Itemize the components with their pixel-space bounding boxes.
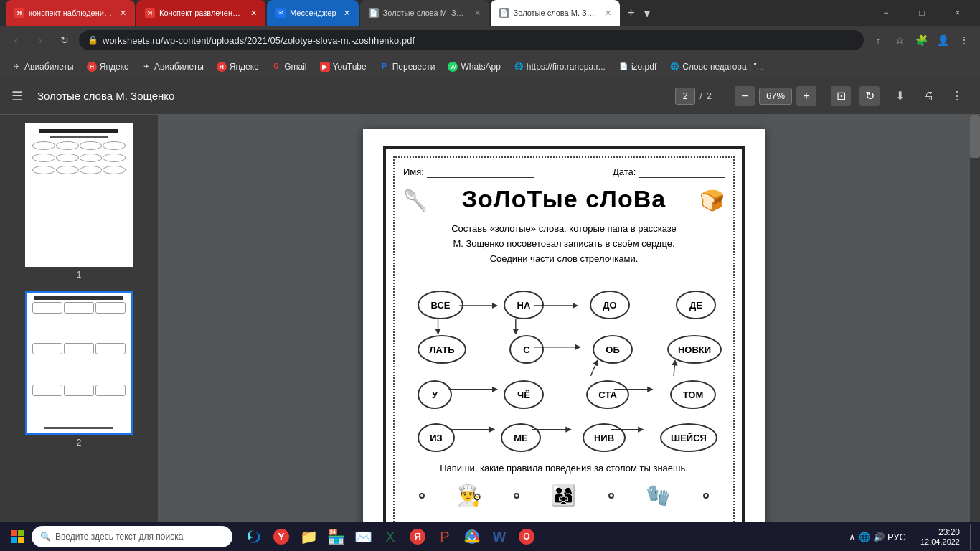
scrollbar-thumb[interactable] [970, 115, 980, 158]
bookmarks-bar: ✈ Авиабилеты Я Яндекс ✈ Авиабилеты Я Янд… [0, 55, 980, 77]
tab-2[interactable]: Я Конспект развлечения по ... ✕ [136, 0, 265, 26]
bookmark-label: Gmail [284, 62, 306, 72]
ws-date-field: Дата: [613, 166, 725, 178]
tab-5[interactable]: 📄 Золотые слова М. Зощенко ✕ [491, 0, 620, 26]
tab-close-3[interactable]: ✕ [344, 9, 350, 18]
ws-title: ЗоЛоТые сЛоВа [428, 185, 699, 213]
taskbar-app-powerpoint[interactable]: P [432, 524, 458, 550]
menu-button[interactable]: ⋮ [954, 30, 974, 50]
yandex-icon-1: Я [87, 62, 97, 72]
bookmark-gmail[interactable]: G Gmail [265, 58, 312, 75]
taskbar-app-opera[interactable]: O [514, 524, 540, 550]
bookmark-label: izo.pdf [631, 62, 656, 72]
window-controls: − □ × [870, 0, 974, 26]
taskbar-datetime[interactable]: 23:20 12.04.2022 [915, 527, 966, 546]
pdf-toolbar: ☰ Золотые слова М. Зощенко / 2 − 67% + ⊡… [0, 77, 980, 115]
maximize-button[interactable]: □ [905, 0, 938, 26]
pdf-rotate-button[interactable]: ↻ [859, 86, 880, 106]
taskbar-sys-icons: ∧ 🌐 🔊 РУС [844, 532, 910, 542]
thumbnail-2[interactable]: 2 [9, 291, 149, 448]
taskbar-app-edge[interactable] [241, 524, 267, 550]
bookmark-label: https://firo.ranepa.r... [527, 62, 606, 72]
minimize-button[interactable]: − [870, 0, 903, 26]
bookmark-slovo[interactable]: 🌐 Слово педагора | "... [664, 58, 770, 75]
bookmark-translate[interactable]: P Перевести [374, 58, 441, 75]
bookmark-izo[interactable]: 📄 izo.pdf [613, 58, 662, 75]
bookmark-youtube[interactable]: ▶ YouTube [314, 58, 372, 75]
bookmark-whatsapp[interactable]: W WhatsApp [442, 58, 506, 75]
svg-line-8 [674, 361, 675, 376]
new-tab-button[interactable]: + [621, 3, 641, 23]
taskbar-app-store[interactable]: 🏪 [323, 524, 349, 550]
tab-label-4: Золотые слова М. Зощенко [383, 9, 467, 17]
bookmark-label: WhatsApp [461, 62, 500, 72]
thumbnail-image-2 [25, 291, 133, 435]
bookmark-yandex-2[interactable]: Я Яндекс [211, 58, 264, 75]
taskbar-app-chrome[interactable] [459, 524, 485, 550]
taskbar-app-word[interactable]: W [486, 524, 512, 550]
pdf-zoom-out-button[interactable]: − [735, 86, 755, 106]
tab-1[interactable]: Я конспект наблюдения за х... ✕ [6, 0, 135, 26]
start-button[interactable] [6, 525, 29, 548]
pdf-page-input[interactable] [675, 88, 695, 105]
taskbar-app-files[interactable]: 📁 [296, 524, 321, 550]
taskbar-chevron-icon[interactable]: ∧ [849, 532, 856, 542]
taskbar-app-excel[interactable]: X [377, 524, 403, 550]
close-button[interactable]: × [941, 0, 974, 26]
pdf-title: Золотые слова М. Зощенко [37, 90, 666, 102]
tab-close-2[interactable]: ✕ [250, 9, 257, 18]
content-area: 1 [0, 115, 980, 522]
profile-button[interactable]: 👤 [933, 30, 953, 50]
forward-button[interactable]: › [30, 30, 50, 50]
pdf-download-button[interactable]: ⬇ [888, 85, 911, 108]
ws-bottom-deco: 👨‍🍳 👨‍👩‍👧 🧤 [403, 484, 725, 507]
refresh-button[interactable]: ↻ [55, 30, 75, 50]
ws-subtitle-line2: М. Зощенко посоветовал записать в своём … [403, 237, 725, 252]
scrollbar-right[interactable] [970, 115, 980, 522]
tab-close-5[interactable]: ✕ [605, 9, 611, 18]
pdf-page-area[interactable]: Имя: Дата: 🥄 ЗоЛоТые сЛоВа [158, 115, 970, 522]
pdf-more-button[interactable]: ⋮ [946, 85, 969, 108]
deco-circle-4 [703, 493, 709, 499]
bubble-niv: НИВ [583, 423, 626, 452]
pdf-fit-button[interactable]: ⊡ [831, 86, 851, 106]
tab-close-1[interactable]: ✕ [120, 9, 126, 18]
bookmark-aviabilety-1[interactable]: ✈ Авиабилеты [6, 58, 80, 75]
tab-3[interactable]: ✉ Мессенджер ✕ [267, 0, 359, 26]
address-bar[interactable]: 🔒 worksheets.ru/wp-content/uploads/2021/… [79, 30, 864, 50]
pdf-right-buttons: ⬇ 🖨 ⋮ [888, 85, 969, 108]
pdf-menu-button[interactable]: ☰ [11, 88, 23, 104]
taskbar-app-mail[interactable]: ✉️ [350, 524, 376, 550]
whatsapp-icon: W [448, 62, 458, 72]
bookmark-yandex-1[interactable]: Я Яндекс [81, 58, 134, 75]
deco-circle-2 [514, 493, 519, 499]
bookmark-aviabilety-2[interactable]: ✈ Авиабилеты [136, 58, 209, 75]
taskbar-volume-icon[interactable]: 🔊 [873, 532, 885, 542]
tab-close-4[interactable]: ✕ [474, 9, 481, 18]
tab-4[interactable]: 📄 Золотые слова М. Зощенко ✕ [360, 0, 489, 26]
ws-name-field: Имя: [403, 166, 534, 178]
taskbar-app-yandex2[interactable]: Я [405, 524, 430, 550]
save-page-button[interactable]: ↑ [868, 30, 888, 50]
taskbar-show-desktop-button[interactable] [970, 524, 974, 550]
taskbar-date-display: 12.04.2022 [920, 537, 960, 546]
bookmark-label: Яндекс [100, 62, 128, 72]
tab-list-button[interactable]: ▾ [644, 6, 650, 20]
deco-circle-3 [608, 493, 614, 499]
back-button[interactable]: ‹ [6, 30, 26, 50]
deco-circle-1 [419, 493, 425, 499]
pdf-print-button[interactable]: 🖨 [917, 85, 940, 108]
bubble-novki: НОВКИ [667, 335, 722, 364]
tab-label-2: Конспект развлечения по ... [159, 9, 243, 17]
gmail-icon: G [271, 62, 281, 72]
thumbnail-1[interactable]: 1 [9, 123, 149, 280]
taskbar-app-yandex[interactable]: Y [268, 524, 294, 550]
pdf-zoom-in-button[interactable]: + [796, 86, 816, 106]
taskbar-network-icon[interactable]: 🌐 [859, 532, 870, 542]
thumbnails-panel: 1 [0, 115, 158, 522]
extensions-button[interactable]: 🧩 [911, 30, 931, 50]
bookmark-button[interactable]: ☆ [890, 30, 910, 50]
taskbar-search[interactable]: 🔍 Введите здесь текст для поиска [32, 526, 232, 547]
ws-title-container: ЗоЛоТые сЛоВа [428, 182, 699, 219]
bookmark-firo[interactable]: 🌐 https://firo.ranepa.r... [508, 58, 611, 75]
